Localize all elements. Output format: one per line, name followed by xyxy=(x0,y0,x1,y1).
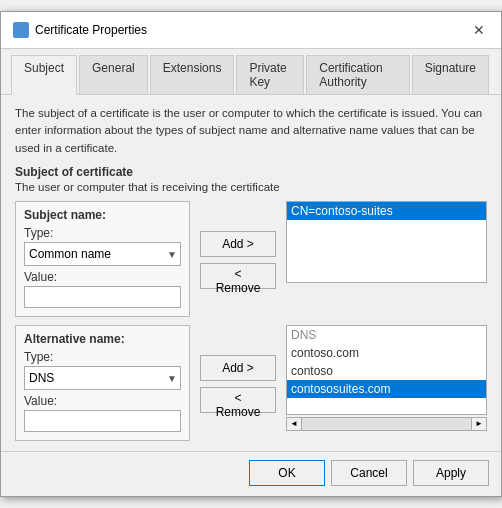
title-bar-left: Certificate Properties xyxy=(13,22,147,38)
scroll-track[interactable] xyxy=(302,417,471,431)
list-item[interactable]: contososuites.com xyxy=(287,380,486,398)
alt-name-left: Alternative name: Type: DNS Email UPN IP… xyxy=(15,325,190,441)
alt-type-label: Type: xyxy=(24,350,181,364)
subject-value-label: Value: xyxy=(24,270,181,284)
subject-value-input[interactable] xyxy=(24,286,181,308)
alt-right-panel: DNS contoso.com contoso contososuites.co… xyxy=(286,325,487,431)
alt-mid-panel: Add > < Remove xyxy=(198,325,278,413)
subject-of-cert-label: Subject of certificate xyxy=(15,165,487,179)
tabs-bar: Subject General Extensions Private Key C… xyxy=(1,49,501,95)
alt-list-box[interactable]: DNS contoso.com contoso contososuites.co… xyxy=(286,325,487,415)
alt-name-group-label: Alternative name: xyxy=(24,332,181,346)
subject-type-label: Type: xyxy=(24,226,181,240)
info-text: The subject of a certificate is the user… xyxy=(15,105,487,157)
cancel-button[interactable]: Cancel xyxy=(331,460,407,486)
subject-right-panel: CN=contoso-suites xyxy=(286,201,487,283)
list-item: DNS xyxy=(287,326,486,344)
list-item[interactable]: contoso xyxy=(287,362,486,380)
list-item[interactable]: contoso.com xyxy=(287,344,486,362)
tab-general[interactable]: General xyxy=(79,55,148,94)
close-button[interactable]: ✕ xyxy=(469,20,489,40)
ok-button[interactable]: OK xyxy=(249,460,325,486)
tab-signature[interactable]: Signature xyxy=(412,55,489,94)
tab-subject[interactable]: Subject xyxy=(11,55,77,95)
alt-value-input[interactable] xyxy=(24,410,181,432)
dialog-icon xyxy=(13,22,29,38)
alt-name-panel: Alternative name: Type: DNS Email UPN IP… xyxy=(15,325,487,441)
tab-private-key[interactable]: Private Key xyxy=(236,55,304,94)
scroll-right-button[interactable]: ► xyxy=(471,417,487,431)
alt-value-label: Value: xyxy=(24,394,181,408)
dialog-title: Certificate Properties xyxy=(35,23,147,37)
subject-type-select[interactable]: Common name Organization Organizational … xyxy=(24,242,181,266)
tab-extensions[interactable]: Extensions xyxy=(150,55,235,94)
apply-button[interactable]: Apply xyxy=(413,460,489,486)
subject-name-panel: Subject name: Type: Common name Organiza… xyxy=(15,201,487,317)
subject-remove-button[interactable]: < Remove xyxy=(200,263,276,289)
certificate-properties-dialog: Certificate Properties ✕ Subject General… xyxy=(0,11,502,497)
title-bar: Certificate Properties ✕ xyxy=(1,12,501,49)
alt-type-dropdown-wrapper: DNS Email UPN IP address URL ▼ xyxy=(24,366,181,390)
tab-content: The subject of a certificate is the user… xyxy=(1,95,501,451)
horizontal-scrollbar: ◄ ► xyxy=(286,417,487,431)
subject-of-cert-desc: The user or computer that is receiving t… xyxy=(15,181,487,193)
tab-certification-authority[interactable]: Certification Authority xyxy=(306,55,409,94)
alt-type-select[interactable]: DNS Email UPN IP address URL xyxy=(24,366,181,390)
alt-remove-button[interactable]: < Remove xyxy=(200,387,276,413)
subject-list-box[interactable]: CN=contoso-suites xyxy=(286,201,487,283)
bottom-bar: OK Cancel Apply xyxy=(1,451,501,496)
subject-name-left: Subject name: Type: Common name Organiza… xyxy=(15,201,190,317)
subject-mid-panel: Add > < Remove xyxy=(198,201,278,289)
list-item[interactable]: CN=contoso-suites xyxy=(287,202,486,220)
subject-type-dropdown-wrapper: Common name Organization Organizational … xyxy=(24,242,181,266)
subject-name-group-label: Subject name: xyxy=(24,208,181,222)
alt-add-button[interactable]: Add > xyxy=(200,355,276,381)
scroll-left-button[interactable]: ◄ xyxy=(286,417,302,431)
subject-add-button[interactable]: Add > xyxy=(200,231,276,257)
